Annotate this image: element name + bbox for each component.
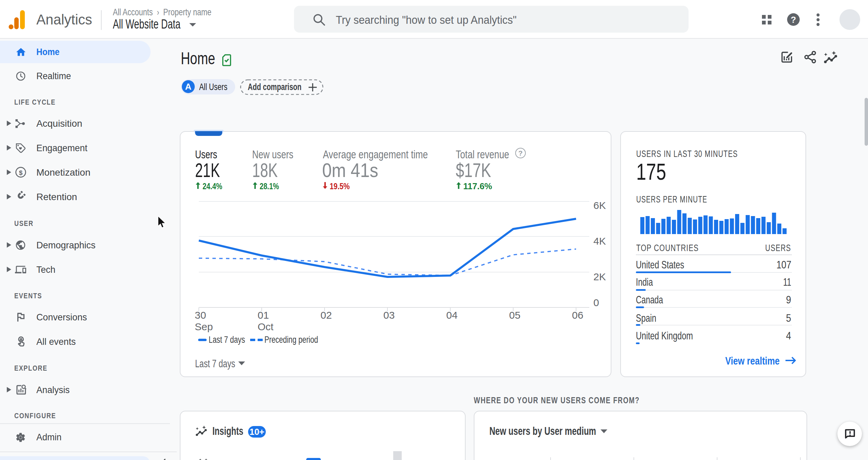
svg-text:04: 04 [446,309,457,321]
svg-text:03: 03 [383,309,395,321]
svg-text:06: 06 [572,309,583,321]
svg-text:6K: 6K [593,200,606,211]
svg-text:4K: 4K [593,235,606,247]
svg-text:Oct: Oct [258,321,274,332]
svg-text:Preceding period: Preceding period [264,335,318,345]
svg-text:02: 02 [320,309,332,321]
svg-text:05: 05 [509,309,520,321]
svg-text:$: $ [19,169,23,176]
svg-text:Last 7 days: Last 7 days [209,335,245,345]
svg-text:2K: 2K [593,271,606,282]
svg-text:30: 30 [195,309,206,321]
svg-text:0: 0 [593,297,599,308]
svg-text:Sep: Sep [195,321,213,332]
svg-text:01: 01 [258,309,269,321]
